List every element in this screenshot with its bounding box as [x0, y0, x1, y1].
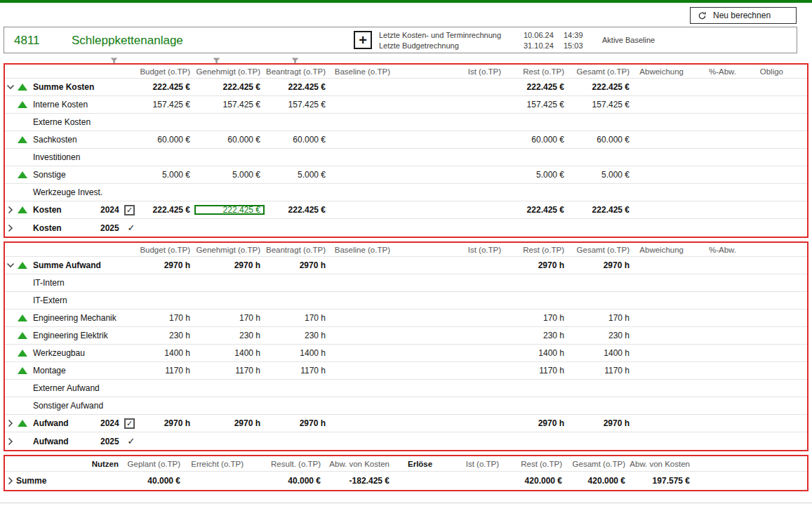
value-cell[interactable]: 1170 h	[194, 366, 265, 376]
value-cell[interactable]: 1170 h	[568, 366, 634, 376]
value-cell[interactable]: 1400 h	[568, 348, 634, 358]
chevron-right-icon[interactable]	[5, 206, 16, 214]
table-row[interactable]: IT-Intern	[5, 274, 807, 292]
table-row[interactable]: Engineering Elektrik230 h230 h230 h230 h…	[5, 327, 807, 345]
table-row[interactable]: Kosten2024✓222.425 €222.425 €222.425 €22…	[5, 201, 807, 219]
value-cell[interactable]: 2970 h	[194, 260, 265, 270]
value-cell[interactable]: 157.425 €	[265, 100, 330, 109]
value-cell[interactable]: 222.425 €	[505, 205, 568, 215]
value-cell[interactable]: 2970 h	[265, 418, 330, 428]
filter-icon[interactable]	[213, 55, 220, 67]
value-cell[interactable]: 60.000 €	[568, 135, 634, 145]
year-checkbox[interactable]: ✓	[124, 418, 135, 429]
filter-icon[interactable]	[110, 55, 118, 67]
table-row[interactable]: Summe40.000 €40.000 €-182.425 €420.000 €…	[5, 472, 807, 490]
filter-icon[interactable]	[291, 55, 299, 67]
value-cell[interactable]: 2970 h	[265, 260, 330, 270]
year-checkbox[interactable]: ✓	[124, 205, 135, 215]
value-cell[interactable]: 420.000 €	[566, 476, 630, 486]
value-cell[interactable]: 222.425 €	[568, 82, 634, 92]
table-row[interactable]: Montage1170 h1170 h1170 h1170 h1170 h	[5, 362, 807, 380]
value-cell[interactable]: 230 h	[194, 331, 265, 340]
chevron-down-icon[interactable]	[5, 263, 16, 268]
value-cell[interactable]: 1400 h	[505, 348, 568, 358]
table-row[interactable]: Investitionen	[5, 149, 807, 166]
chevron-right-icon[interactable]	[5, 224, 16, 232]
value-cell[interactable]: 2970 h	[568, 260, 634, 270]
recalculate-button[interactable]: Neu berechnen	[690, 7, 797, 24]
chevron-right-icon[interactable]	[5, 477, 16, 485]
value-cell[interactable]: 60.000 €	[505, 135, 568, 145]
value-cell[interactable]: 2970 h	[568, 418, 634, 428]
value-cell[interactable]: 1170 h	[505, 366, 568, 376]
value-cell[interactable]: 5.000 €	[568, 170, 634, 180]
value-cell[interactable]: 2970 h	[505, 260, 568, 270]
value-cell[interactable]: 222.425 €	[505, 82, 568, 92]
add-plus-icon[interactable]: +	[354, 31, 372, 49]
table-row[interactable]: Summe Aufwand2970 h2970 h2970 h2970 h297…	[5, 257, 807, 274]
table-row[interactable]: Engineering Mechanik170 h170 h170 h170 h…	[5, 310, 807, 327]
value-cell[interactable]: 1400 h	[194, 348, 265, 358]
value-cell[interactable]: 2970 h	[505, 418, 568, 428]
table-row[interactable]: Summe Kosten222.425 €222.425 €222.425 €2…	[5, 79, 807, 96]
value-cell[interactable]: 222.425 €	[568, 205, 634, 215]
value-cell[interactable]: 1170 h	[138, 366, 194, 376]
value-cell[interactable]: 222.425 €	[138, 205, 194, 215]
value-cell[interactable]: 60.000 €	[265, 135, 330, 145]
chevron-down-icon[interactable]	[5, 84, 16, 90]
value-cell[interactable]: 170 h	[194, 313, 265, 323]
table-row[interactable]: Aufwand2024✓2970 h2970 h2970 h2970 h2970…	[5, 415, 807, 432]
value-cell[interactable]: 222.425 €	[265, 205, 330, 215]
value-cell[interactable]: 2970 h	[138, 260, 194, 270]
value-cell[interactable]: 170 h	[505, 313, 568, 323]
value-cell[interactable]: 5.000 €	[265, 170, 330, 180]
value-cell[interactable]: 230 h	[568, 331, 634, 340]
value-cell[interactable]: 170 h	[138, 313, 194, 323]
value-cell[interactable]: -182.425 €	[325, 476, 394, 486]
chevron-right-icon[interactable]	[5, 419, 16, 427]
value-cell[interactable]: 230 h	[265, 331, 330, 340]
value-cell[interactable]: 222.425 €	[194, 82, 265, 92]
year-check-icon[interactable]: ✓	[124, 436, 138, 446]
table-row[interactable]: Sonstige5.000 €5.000 €5.000 €5.000 €5.00…	[5, 166, 807, 184]
value-cell[interactable]: 60.000 €	[194, 135, 265, 145]
table-row[interactable]: Sachkosten60.000 €60.000 €60.000 €60.000…	[5, 131, 807, 149]
value-cell[interactable]: 1400 h	[138, 348, 194, 358]
value-cell[interactable]: 40.000 €	[123, 476, 185, 486]
value-cell[interactable]: 5.000 €	[505, 170, 568, 180]
table-row[interactable]: Werkzeuge Invest.	[5, 184, 807, 201]
value-cell[interactable]: 157.425 €	[568, 100, 634, 109]
value-cell[interactable]: 197.575 €	[630, 476, 694, 486]
value-cell[interactable]: 222.425 €	[265, 82, 330, 92]
value-cell[interactable]: 5.000 €	[194, 170, 265, 180]
chevron-right-icon[interactable]	[5, 437, 16, 446]
year-check-icon[interactable]: ✓	[124, 223, 138, 233]
value-cell[interactable]: 222.425 €	[194, 205, 265, 215]
value-cell[interactable]: 60.000 €	[138, 135, 194, 145]
table-row[interactable]: Aufwand2025✓	[5, 432, 807, 450]
table-row[interactable]: Sonstiger Aufwand	[5, 397, 807, 415]
value-cell[interactable]: 420.000 €	[503, 476, 566, 486]
value-cell[interactable]: 2970 h	[194, 418, 265, 428]
table-row[interactable]: Externe Kosten	[5, 114, 807, 131]
value-cell[interactable]: 157.425 €	[505, 100, 568, 109]
value-cell[interactable]: 230 h	[138, 331, 194, 340]
table-row[interactable]: Werkzeugbau1400 h1400 h1400 h1400 h1400 …	[5, 345, 807, 362]
value-cell[interactable]: 170 h	[568, 313, 634, 323]
column-header: Abw. von Kosten	[630, 460, 694, 468]
table-row[interactable]: Kosten2025✓	[5, 219, 807, 237]
table-row[interactable]: Externer Aufwand	[5, 380, 807, 397]
value-cell[interactable]: 157.425 €	[138, 100, 194, 109]
row-label: Interne Kosten	[33, 100, 138, 109]
value-cell[interactable]: 5.000 €	[138, 170, 194, 180]
value-cell[interactable]: 1400 h	[265, 348, 330, 358]
value-cell[interactable]: 40.000 €	[248, 476, 325, 486]
table-row[interactable]: Interne Kosten157.425 €157.425 €157.425 …	[5, 96, 807, 114]
value-cell[interactable]: 170 h	[265, 313, 330, 323]
value-cell[interactable]: 2970 h	[138, 418, 194, 428]
value-cell[interactable]: 157.425 €	[194, 100, 265, 109]
value-cell[interactable]: 222.425 €	[138, 82, 194, 92]
value-cell[interactable]: 1170 h	[265, 366, 330, 376]
table-row[interactable]: IT-Extern	[5, 292, 807, 310]
value-cell[interactable]: 230 h	[505, 331, 568, 340]
